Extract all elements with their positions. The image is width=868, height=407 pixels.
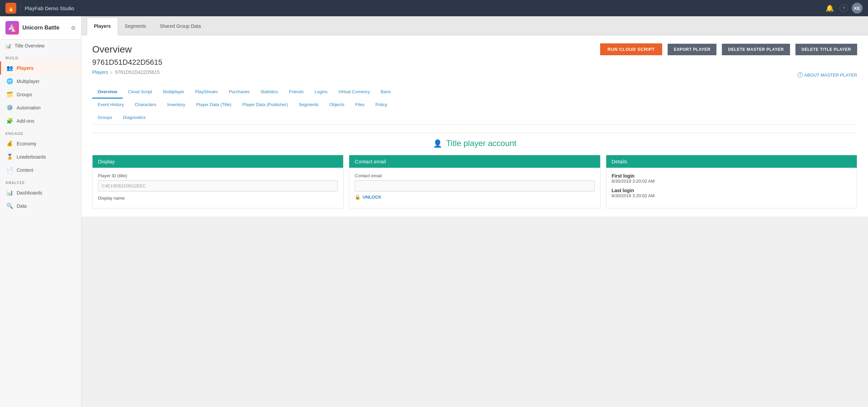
run-cloud-script-button[interactable]: RUN CLOUD SCRIPT [600,43,663,55]
player-tab-event-history[interactable]: Event History [92,99,129,111]
contact-email-input[interactable] [355,180,594,191]
player-tab-segments[interactable]: Segments [293,99,324,111]
delete-master-player-button[interactable]: DELETE MASTER PLAYER [722,44,790,55]
player-id: 9761D51D422D5615 [92,58,857,67]
players-label: Players [17,65,34,71]
title-player-account-heading: 👤 Title player account [92,139,857,148]
player-tab-files[interactable]: Files [350,99,370,111]
settings-icon[interactable]: ⚙ [71,25,76,31]
sidebar-item-players[interactable]: 👥 Players [0,61,81,75]
breadcrumb-separator: › [111,69,113,75]
sidebar-item-leaderboards[interactable]: 🏅 Leaderboards [0,150,81,163]
sidebar-item-multiplayer[interactable]: 🌐 Multiplayer [0,75,81,88]
sidebar-item-title-overview[interactable]: 📊 Title Overview [0,40,81,52]
section-title: Title player account [446,139,516,148]
nav-divider [20,3,21,13]
sidebar-item-automation[interactable]: ⚙️ Automation [0,101,81,114]
section-label-engage: ENGAGE [0,127,81,137]
player-tabs: Overview Cloud Script Multiplayer PlaySt… [92,86,857,125]
title-overview-label: Title Overview [15,43,44,48]
sub-header: Players Segments Shared Group Data [81,16,868,35]
sidebar-item-content[interactable]: 📄 Content [0,163,81,177]
data-label: Data [17,203,27,209]
player-tab-row-2: Event History Characters Inventory Playe… [92,99,857,111]
player-tab-cloud-script[interactable]: Cloud Script [123,86,158,99]
contact-email-card-body: Contact email 🔒 UNLOCK [349,168,600,205]
player-tab-objects[interactable]: Objects [324,99,350,111]
tab-players[interactable]: Players [87,18,118,35]
help-icon[interactable]: ? [840,4,848,12]
main-content: Players Segments Shared Group Data Overv… [81,16,868,407]
content-label: Content [17,167,33,173]
overview-title: Overview [92,44,595,55]
display-card: Display Player ID (title) Display name [92,155,343,208]
player-tab-player-data-publisher[interactable]: Player Data (Publisher) [237,99,293,111]
breadcrumb-players-link[interactable]: Players [92,69,108,75]
unlock-label: UNLOCK [362,195,381,200]
leaderboards-icon: 🏅 [6,154,13,160]
player-tab-virtual-currency[interactable]: Virtual Currency [333,86,375,99]
player-tab-inventory[interactable]: Inventory [162,99,191,111]
groups-icon: 🗂️ [6,91,13,98]
addons-label: Add-ons [17,118,34,124]
player-tab-groups[interactable]: Groups [92,111,118,124]
sidebar-item-economy[interactable]: 💰 Economy [0,137,81,150]
sidebar-item-addons[interactable]: 🧩 Add-ons [0,114,81,127]
unlock-link[interactable]: 🔒 UNLOCK [355,194,594,200]
player-tab-statistics[interactable]: Statistics [255,86,283,99]
player-tab-player-data-title[interactable]: Player Data (Title) [191,99,237,111]
display-card-header: Display [93,155,343,168]
sidebar-item-dashboards[interactable]: 📊 Dashboards [0,186,81,199]
app-icon: 🦄 [5,21,19,35]
user-avatar[interactable]: KE [852,3,863,14]
details-card: Details First login 8/30/2019 3:20:02 AM… [606,155,857,208]
details-card-body: First login 8/30/2019 3:20:02 AM Last lo… [606,168,857,208]
player-tab-multiplayer[interactable]: Multiplayer [158,86,190,99]
breadcrumb-current: 9761D51D422D5615 [115,69,160,75]
title-overview-icon: 📊 [5,43,11,48]
last-login-value: 8/30/2019 3:20:02 AM [612,193,851,198]
player-tab-friends[interactable]: Friends [283,86,309,99]
player-tab-row-1: Overview Cloud Script Multiplayer PlaySt… [92,86,857,99]
contact-email-card: Contact email Contact email 🔒 UNLOCK [349,155,600,208]
tab-shared-group-data[interactable]: Shared Group Data [153,18,208,35]
first-login-label: First login [612,173,851,179]
contact-email-label: Contact email [355,173,594,178]
player-tab-purchases[interactable]: Purchases [223,86,255,99]
about-master-player-link[interactable]: ? ABOUT MASTER PLAYER [797,72,857,78]
info-circle-icon: ? [797,72,803,78]
app-name: Unicorn Battle [22,25,67,31]
sidebar-item-data[interactable]: 🔍 Data [0,199,81,212]
player-id-title-input[interactable] [98,180,338,191]
player-tab-bans[interactable]: Bans [375,86,396,99]
player-tab-diagnostics[interactable]: Diagnostics [118,111,151,124]
sidebar-item-groups[interactable]: 🗂️ Groups [0,88,81,101]
delete-title-player-button[interactable]: DELETE TITLE PLAYER [795,44,857,55]
economy-icon: 💰 [6,140,13,147]
account-icon: 👤 [433,139,442,148]
player-tab-row-3: Groups Diagnostics [92,111,857,124]
main-layout: 🦄 Unicorn Battle ⚙ 📊 Title Overview BUIL… [0,16,868,407]
automation-icon: ⚙️ [6,104,13,111]
first-login-value: 8/30/2019 3:20:02 AM [612,179,851,184]
player-tab-playstream[interactable]: PlayStream [190,86,223,99]
export-player-button[interactable]: EXPORT PLAYER [668,44,716,55]
overview-header: Overview RUN CLOUD SCRIPT EXPORT PLAYER … [92,43,857,55]
player-tab-logins[interactable]: Logins [309,86,333,99]
playfab-logo: 🔥 [5,3,16,14]
player-tab-characters[interactable]: Characters [129,99,162,111]
last-login-label: Last login [612,188,851,193]
top-navbar: 🔥 PlayFab Demo Studio 🔔 ? KE [0,0,868,16]
notification-icon[interactable]: 🔔 [824,3,835,14]
multiplayer-icon: 🌐 [6,78,13,84]
tab-segments[interactable]: Segments [118,18,153,35]
player-tab-policy[interactable]: Policy [370,99,393,111]
last-login-row: Last login 8/30/2019 3:20:02 AM [612,188,851,198]
section-label-build: BUILD [0,52,81,61]
sidebar: 🦄 Unicorn Battle ⚙ 📊 Title Overview BUIL… [0,16,81,407]
first-login-row: First login 8/30/2019 3:20:02 AM [612,173,851,184]
dashboards-label: Dashboards [17,190,42,196]
cards-grid: Display Player ID (title) Display name C… [92,155,857,208]
app-header: 🦄 Unicorn Battle ⚙ [0,16,81,40]
player-tab-overview[interactable]: Overview [92,86,123,99]
